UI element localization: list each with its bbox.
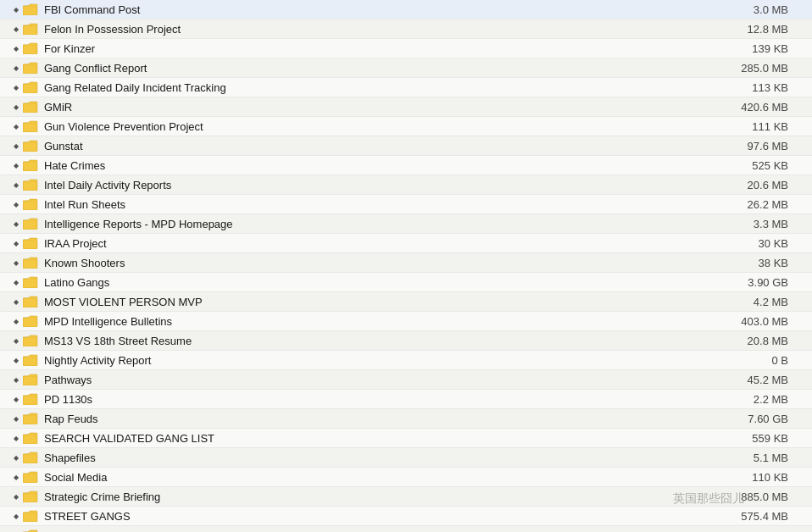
- folder-icon: [22, 295, 39, 308]
- svg-rect-12: [23, 240, 37, 249]
- svg-rect-3: [23, 64, 37, 74]
- bullet-indicator: ◆: [14, 6, 22, 14]
- table-row[interactable]: ◆ GMiR420.6 MB: [0, 97, 812, 117]
- svg-rect-18: [23, 357, 37, 366]
- bullet-indicator: ◆: [14, 396, 22, 403]
- file-name: Gun Violence Prevention Project: [44, 120, 729, 133]
- table-row[interactable]: ◆ Gun Violence Prevention Project111 KB: [0, 117, 812, 136]
- file-name: Intel Daily Activity Reports: [44, 179, 729, 191]
- table-row[interactable]: ◆ Hate Crimes525 KB: [0, 156, 812, 175]
- file-name: Nightly Activity Report: [44, 354, 729, 367]
- bullet-indicator: ◆: [14, 337, 22, 345]
- bullet-indicator: ◆: [14, 201, 22, 208]
- svg-rect-0: [23, 6, 37, 15]
- bullet-indicator: ◆: [14, 84, 22, 91]
- folder-icon: [22, 529, 39, 532]
- folder-icon: [22, 158, 39, 172]
- file-name: SEARCH VALIDATED GANG LIST: [44, 432, 729, 445]
- table-row[interactable]: ◆ Intelligence Reports - MPD Homepage3.3…: [0, 214, 812, 234]
- folder-icon: [22, 373, 39, 386]
- svg-rect-25: [23, 493, 37, 502]
- table-row[interactable]: ◆ For Kinzer139 KB: [0, 39, 812, 58]
- svg-rect-1: [23, 25, 37, 35]
- table-row[interactable]: ◆ Gang Conflict Report285.0 MB: [0, 58, 812, 78]
- bullet-indicator: ◆: [14, 415, 22, 423]
- svg-rect-22: [23, 435, 37, 444]
- file-size: 26.2 MB: [729, 198, 805, 211]
- folder-icon: [22, 509, 39, 523]
- table-row[interactable]: ◆ IRAA Project30 KB: [0, 234, 812, 253]
- bullet-indicator: ◆: [14, 376, 22, 384]
- table-row[interactable]: ◆ MS13 VS 18th Street Resume20.8 MB: [0, 331, 812, 351]
- file-name: Felon In Possession Project: [44, 23, 729, 36]
- bullet-indicator: ◆: [14, 142, 22, 150]
- table-row[interactable]: ◆ Strategic Crime Briefing885.0 MB: [0, 487, 812, 507]
- folder-icon: [22, 392, 39, 406]
- folder-icon: [22, 197, 39, 211]
- table-row[interactable]: ◆ Subject Report9.6 MB: [0, 526, 812, 532]
- svg-rect-2: [23, 45, 37, 54]
- bullet-indicator: ◆: [14, 318, 22, 325]
- table-row[interactable]: ◆ Shapefiles5.1 MB: [0, 448, 812, 468]
- table-row[interactable]: ◆ Known Shooters38 KB: [0, 253, 812, 273]
- file-name: MS13 VS 18th Street Resume: [44, 335, 729, 347]
- folder-icon: [22, 236, 39, 250]
- table-row[interactable]: ◆ Pathways45.2 MB: [0, 370, 812, 390]
- svg-rect-11: [23, 220, 37, 230]
- file-size: 0 B: [729, 354, 805, 367]
- table-row[interactable]: ◆ PD 1130s2.2 MB: [0, 390, 812, 409]
- table-row[interactable]: ◆ FBI Command Post3.0 MB: [0, 0, 812, 19]
- file-name: MPD Intelligence Bulletins: [44, 315, 729, 328]
- file-size: 4.2 MB: [729, 296, 805, 308]
- folder-icon: [22, 412, 39, 425]
- table-row[interactable]: ◆ MOST VIOLENT PERSON MVP4.2 MB: [0, 292, 812, 312]
- file-name: Rap Feuds: [44, 413, 729, 425]
- table-row[interactable]: ◆ Social Media110 KB: [0, 468, 812, 487]
- file-size: 525 KB: [729, 159, 805, 172]
- bullet-indicator: ◆: [14, 279, 22, 286]
- table-row[interactable]: ◆ Rap Feuds7.60 GB: [0, 409, 812, 429]
- file-size: 110 KB: [729, 471, 805, 484]
- table-row[interactable]: ◆ SEARCH VALIDATED GANG LIST559 KB: [0, 429, 812, 448]
- folder-icon: [22, 275, 39, 289]
- file-size: 20.8 MB: [729, 335, 805, 347]
- folder-icon: [22, 119, 39, 133]
- file-size: 885.0 MB: [729, 490, 805, 503]
- table-row[interactable]: ◆ Felon In Possession Project12.8 MB: [0, 19, 812, 39]
- table-row[interactable]: ◆ Gang Related Daily Incident Tracking11…: [0, 78, 812, 97]
- folder-icon: [22, 3, 39, 16]
- file-size: 420.6 MB: [729, 101, 805, 114]
- file-name: FBI Command Post: [44, 3, 729, 16]
- file-name: Gang Conflict Report: [44, 62, 729, 75]
- folder-icon: [22, 256, 39, 269]
- table-row[interactable]: ◆ Nightly Activity Report0 B: [0, 351, 812, 370]
- table-row[interactable]: ◆ MPD Intelligence Bulletins403.0 MB: [0, 312, 812, 331]
- file-size: 559 KB: [729, 432, 805, 445]
- folder-icon: [22, 217, 39, 230]
- folder-icon: [22, 139, 39, 152]
- bullet-indicator: ◆: [14, 493, 22, 501]
- svg-rect-13: [23, 259, 37, 269]
- table-row[interactable]: ◆ Latino Gangs3.90 GB: [0, 273, 812, 292]
- table-row[interactable]: ◆ Intel Daily Activity Reports20.6 MB: [0, 175, 812, 195]
- file-name: Shapefiles: [44, 452, 729, 464]
- bullet-indicator: ◆: [14, 454, 22, 462]
- file-size: 7.60 GB: [729, 413, 805, 425]
- svg-rect-8: [23, 162, 37, 171]
- svg-rect-5: [23, 103, 37, 113]
- file-size: 113 KB: [729, 81, 805, 94]
- bullet-indicator: ◆: [14, 64, 22, 72]
- bullet-indicator: ◆: [14, 103, 22, 111]
- folder-icon: [22, 80, 39, 94]
- table-row[interactable]: ◆ Gunstat97.6 MB: [0, 136, 812, 156]
- file-size: 45.2 MB: [729, 374, 805, 386]
- table-row[interactable]: ◆ STREET GANGS575.4 MB: [0, 507, 812, 526]
- table-row[interactable]: ◆ Intel Run Sheets26.2 MB: [0, 195, 812, 214]
- bullet-indicator: ◆: [14, 298, 22, 306]
- file-name: Strategic Crime Briefing: [44, 490, 729, 503]
- folder-icon: [22, 334, 39, 347]
- file-size: 97.6 MB: [729, 140, 805, 152]
- file-size: 139 KB: [729, 42, 805, 55]
- svg-rect-19: [23, 376, 37, 385]
- svg-rect-21: [23, 415, 37, 424]
